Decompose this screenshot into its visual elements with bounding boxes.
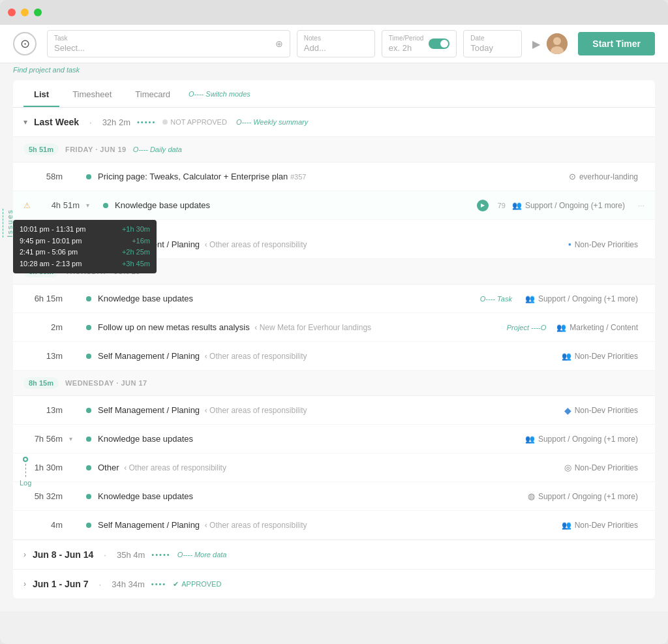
entry-self-mgmt-jun18: 13m Self Management / Planing ‹ Other ar… — [13, 342, 655, 371]
app-window: ⊙ Task Select... ⊕ Notes Add... Time/Per… — [0, 0, 668, 644]
tooltip-row-3: 2:41 pm - 5:06 pm +2h 25m — [20, 247, 150, 258]
week-jun8-14-header[interactable]: › Jun 8 - Jun 14 · 35h 4m ••••• O---- Mo… — [13, 540, 655, 569]
entry-dot-icon — [86, 408, 91, 413]
week-duration: 35h 4m — [117, 550, 145, 560]
week-duration: 32h 2m — [102, 117, 130, 127]
time-toggle[interactable] — [429, 38, 449, 49]
week-title: Jun 1 - Jun 7 — [33, 579, 89, 589]
task-field-group: Task Select... — [54, 35, 85, 53]
log-line — [25, 464, 26, 477]
time-label: Time/Period — [389, 35, 424, 42]
github-icon: ⊙ — [569, 172, 576, 181]
tab-timesheet[interactable]: Timesheet — [62, 80, 122, 107]
notes-input-wrap: Notes Add... — [297, 30, 375, 57]
notes-field-group: Notes Add... — [304, 35, 368, 53]
entry-kb-jun17-7h: 7h 56m ▾ Knowledge base updates 👥 Suppor… — [13, 425, 655, 453]
entry-dot-icon — [86, 494, 91, 499]
week-duration: 34h 34m — [112, 579, 145, 589]
team-icon-5: 👥 — [525, 435, 535, 444]
day-jun19-header: 5h 51m FRIDAY · JUN 19 O---- Daily data — [13, 137, 655, 162]
switch-modes-annotation: O---- Switch modes — [189, 90, 250, 98]
entry-project: 👥 Support / Ongoing (+1 more) — [525, 294, 645, 303]
svg-point-1 — [553, 37, 561, 45]
entry-duration: 4m — [23, 520, 63, 530]
week-dots: •••• — [151, 580, 166, 588]
timer-count: 79 — [498, 202, 506, 209]
task-num: #357 — [290, 173, 306, 181]
team-icon-6: 👥 — [562, 521, 571, 530]
team-icon-2: 👥 — [525, 294, 535, 303]
task-clear-button[interactable]: ⊕ — [275, 38, 283, 49]
notes-placeholder: Add... — [304, 43, 368, 53]
close-button[interactable] — [8, 8, 16, 16]
entry-project: ⊙ everhour-landing — [569, 172, 645, 181]
entry-project: ▪ Non-Dev Priorities — [568, 239, 645, 249]
minimize-button[interactable] — [21, 8, 29, 16]
entry-name: Knowledge base updates — [98, 434, 519, 444]
week-status: NOT APPROVED — [162, 118, 227, 126]
expand-icon[interactable]: ▾ — [69, 435, 80, 442]
entry-project: 👥 Support / Ongoing (+1 more) — [525, 435, 645, 444]
maximize-button[interactable] — [34, 8, 42, 16]
team-icon-3: 👥 — [556, 323, 566, 332]
tooltip-row-4: 10:28 am - 2:13 pm +3h 45m — [20, 258, 150, 270]
week-collapse-icon[interactable]: ▾ — [23, 117, 27, 127]
entry-name: Knowledge base updates — [98, 491, 521, 501]
entry-project: 👥 Non-Dev Priorities — [562, 352, 645, 361]
entry-name: Pricing page: Tweaks, Calculator + Enter… — [98, 172, 562, 181]
log-label: Log — [20, 479, 31, 487]
entry-project: ◍ Support / Ongoing (+1 more) — [528, 491, 645, 501]
circle-dashed-icon: ◍ — [528, 491, 535, 501]
entry-duration: 13m — [23, 351, 63, 361]
date-input-wrap: Date Today — [463, 30, 522, 57]
daily-data-annotation: O---- Daily data — [133, 146, 182, 153]
entry-name: Follow up on new metas results analysis … — [98, 322, 500, 332]
task-input-area: Task Select... ⊕ Notes Add... Time/Perio… — [47, 30, 522, 57]
tooltip-time-2: 9:45 pm - 10:01 pm — [20, 236, 82, 247]
entry-dot-icon — [86, 296, 91, 301]
team-icon: 👥 — [512, 201, 522, 210]
start-timer-button[interactable]: Start Timer — [578, 32, 655, 55]
tooltip-plus-3: +2h 25m — [122, 247, 150, 258]
week-jun1-7-header[interactable]: › Jun 1 - Jun 7 · 34h 34m •••• ✔ APPROVE… — [13, 569, 655, 598]
task-annotation: O---- Task — [480, 295, 512, 303]
app-icon[interactable]: ⊙ — [13, 32, 37, 55]
entry-duration: 6h 15m — [23, 294, 63, 303]
entry-subtask: ‹ Other areas of responsibility — [205, 240, 307, 249]
last-week-header[interactable]: ▾ Last Week · 32h 2m ••••• NOT APPROVED … — [13, 108, 655, 137]
play-icon[interactable]: ▶ — [532, 38, 540, 50]
entry-self-mgmt-jun17b: 4m Self Management / Planing ‹ Other are… — [13, 511, 655, 540]
tab-list[interactable]: List — [23, 80, 59, 107]
approved-badge: ✔ APPROVED — [173, 580, 221, 589]
task-value: Select... — [54, 43, 85, 53]
day-label-jun19: FRIDAY · JUN 19 — [65, 146, 127, 153]
entry-name: Self Management / Planing ‹ Other areas … — [98, 520, 555, 530]
entry-name: Knowledge base updates — [115, 200, 466, 210]
more-icon[interactable]: ··· — [638, 201, 645, 210]
entry-project: ◆ Non-Dev Priorities — [564, 405, 645, 416]
avatar[interactable] — [547, 33, 568, 54]
tab-timecard[interactable]: Timecard — [125, 80, 181, 107]
entry-subtask: ‹ Other areas of responsibility — [205, 352, 307, 361]
entry-dot-icon — [86, 354, 91, 359]
tooltip-row-1: 10:01 pm - 11:31 pm +1h 30m — [20, 224, 150, 236]
entry-name: Other ‹ Other areas of responsibility — [98, 463, 558, 472]
play-button[interactable]: ▶ — [477, 200, 489, 211]
entry-duration: 13m — [23, 405, 63, 415]
task-select-wrap[interactable]: Task Select... ⊕ — [47, 30, 290, 57]
check-icon: ✔ — [173, 580, 179, 589]
time-tooltip: 10:01 pm - 11:31 pm +1h 30m 9:45 pm - 10… — [13, 220, 157, 273]
date-field: Date Today — [470, 35, 515, 53]
entry-kb-jun18: 6h 15m Knowledge base updates O---- Task… — [13, 284, 655, 313]
entry-kb-updates-wrap: ⚠ 4h 51m ▾ Knowledge base updates ▶ 79 👥… — [13, 191, 655, 230]
expand-icon[interactable]: › — [23, 579, 26, 589]
entry-project: 👥 Non-Dev Priorities — [562, 521, 645, 530]
expand-icon[interactable]: ▾ — [86, 202, 97, 209]
day-badge-jun17: 8h 15m — [23, 377, 59, 389]
entry-dot-icon — [103, 203, 108, 208]
expand-icon[interactable]: › — [23, 550, 26, 559]
entry-duration: 4h 51m — [40, 200, 80, 210]
day-label-jun17: WEDNESDAY · JUN 17 — [65, 379, 147, 387]
entry-self-mgmt-jun17a: 13m Self Management / Planing ‹ Other ar… — [13, 396, 655, 425]
entry-duration: 2m — [23, 322, 63, 332]
